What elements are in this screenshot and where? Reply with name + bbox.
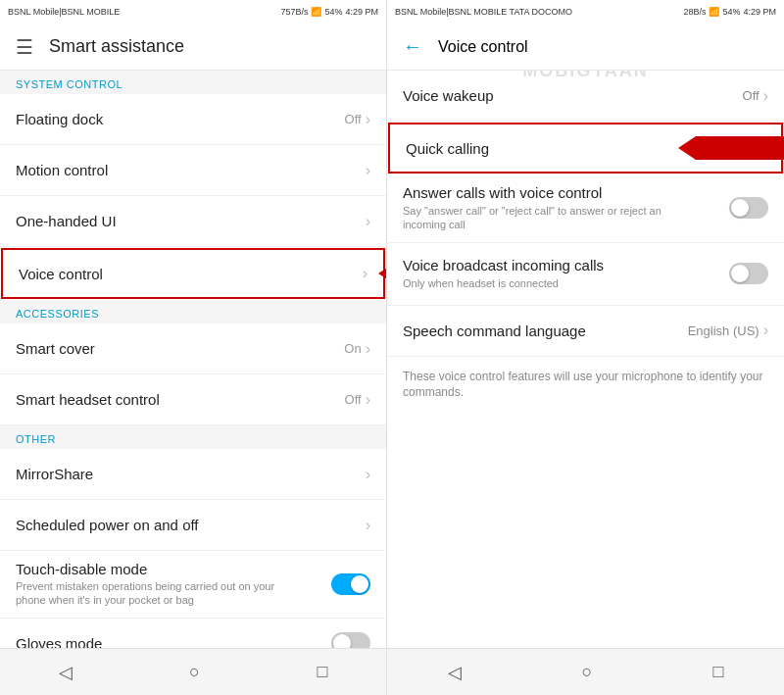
voice-broadcast-item[interactable]: Voice broadcast incoming calls Only when… — [387, 243, 784, 306]
mirrorshare-item[interactable]: MirrorShare › — [0, 449, 386, 500]
right-app-bar: ← Voice control — [387, 24, 784, 71]
home-button-right[interactable]: ○ — [559, 654, 616, 690]
voice-note: These voice control features will use yo… — [387, 357, 784, 414]
voice-control-row: Voice control › — [0, 247, 386, 300]
voice-broadcast-label: Voice broadcast incoming calls — [403, 257, 604, 273]
right-carrier: BSNL Mobile|BSNL MOBILE TATA DOCOMO — [395, 7, 572, 17]
right-panel: BSNL Mobile|BSNL MOBILE TATA DOCOMO 28B/… — [386, 0, 784, 695]
scheduled-power-item[interactable]: Scheduled power on and off › — [0, 500, 386, 551]
smart-headset-label: Smart headset control — [16, 391, 160, 408]
answer-calls-text: Answer calls with voice control Say "ans… — [403, 184, 687, 232]
voice-broadcast-sub: Only when headset is connected — [403, 276, 604, 290]
menu-icon[interactable]: ☰ — [16, 35, 33, 59]
chevron-icon: › — [763, 322, 768, 339]
left-app-bar: ☰ Smart assistance — [0, 24, 386, 71]
voice-wakeup-label: Voice wakeup — [403, 87, 494, 104]
floating-dock-right: Off › — [345, 111, 370, 128]
recents-button-right[interactable]: □ — [690, 654, 748, 690]
chevron-icon: › — [366, 162, 370, 179]
chevron-icon: › — [366, 340, 370, 358]
smart-headset-right: Off › — [345, 391, 370, 409]
voice-control-item[interactable]: Voice control › — [1, 248, 385, 299]
section-header-system: SYSTEM CONTROL — [0, 71, 386, 94]
left-content: SYSTEM CONTROL Floating dock Off › Motio… — [0, 71, 386, 648]
answer-calls-toggle[interactable] — [729, 197, 768, 219]
voice-wakeup-item[interactable]: Voice wakeup Off › — [387, 71, 784, 122]
gloves-mode-label: Gloves mode — [16, 635, 102, 648]
speech-language-label: Speech command language — [403, 323, 586, 339]
speech-language-right: English (US) › — [688, 322, 768, 339]
voice-broadcast-toggle[interactable] — [729, 263, 768, 284]
motion-control-label: Motion control — [16, 162, 108, 178]
left-carrier: BSNL Mobile|BSNL MOBILE — [8, 7, 120, 17]
touch-disable-toggle[interactable] — [331, 573, 370, 595]
motion-control-item[interactable]: Motion control › — [0, 145, 386, 196]
right-status-right: 28B/s 📶 54% 4:29 PM — [683, 7, 776, 17]
chevron-icon: › — [363, 265, 368, 282]
floating-dock-item[interactable]: Floating dock Off › — [0, 94, 386, 145]
mirrorshare-right: › — [366, 466, 370, 483]
touch-disable-item[interactable]: Touch-disable mode Prevent mistaken oper… — [0, 551, 386, 619]
home-button[interactable]: ○ — [166, 654, 223, 690]
one-handed-label: One-handed UI — [16, 213, 117, 229]
touch-disable-label: Touch-disable mode — [16, 561, 280, 577]
back-button-right[interactable]: ◁ — [424, 654, 485, 691]
voice-control-title: Voice control — [438, 38, 528, 56]
scheduled-power-label: Scheduled power on and off — [16, 517, 199, 533]
motion-control-right: › — [366, 162, 370, 179]
gloves-toggle[interactable] — [331, 632, 370, 648]
page-title: Smart assistance — [49, 36, 184, 57]
answer-calls-label: Answer calls with voice control — [403, 184, 687, 201]
back-button[interactable]: ◁ — [35, 654, 96, 691]
quick-calling-arrow — [696, 136, 784, 160]
answer-calls-sub: Say "answer call" or "reject call" to an… — [403, 204, 687, 232]
speech-language-item[interactable]: Speech command language English (US) › — [387, 306, 784, 357]
quick-calling-label: Quick calling — [406, 140, 489, 157]
scheduled-power-right: › — [366, 517, 370, 534]
section-header-accessories: ACCESSORIES — [0, 300, 386, 323]
mirrorshare-label: MirrorShare — [16, 466, 93, 482]
gloves-mode-item[interactable]: Gloves mode — [0, 619, 386, 648]
back-icon[interactable]: ← — [403, 35, 422, 58]
chevron-icon: › — [366, 466, 370, 483]
chevron-icon: › — [366, 213, 370, 230]
one-handed-ui-item[interactable]: One-handed UI › — [0, 196, 386, 247]
voice-wakeup-right: Off › — [743, 87, 768, 105]
chevron-icon: › — [366, 517, 370, 534]
chevron-icon: › — [763, 87, 768, 105]
smart-cover-item[interactable]: Smart cover On › — [0, 323, 386, 374]
right-bottom-nav: ◁ ○ □ — [387, 648, 784, 695]
quick-calling-row: Quick calling On › — [387, 122, 784, 174]
answer-calls-item[interactable]: Answer calls with voice control Say "ans… — [387, 174, 784, 243]
left-panel: BSNL Mobile|BSNL MOBILE 757B/s 📶 54% 4:2… — [0, 0, 386, 695]
smart-cover-right: On › — [344, 340, 370, 358]
recents-button[interactable]: □ — [293, 654, 351, 690]
left-bottom-nav: ◁ ○ □ — [0, 648, 386, 695]
smart-cover-label: Smart cover — [16, 340, 95, 357]
left-status-bar: BSNL Mobile|BSNL MOBILE 757B/s 📶 54% 4:2… — [0, 0, 386, 24]
voice-broadcast-text: Voice broadcast incoming calls Only when… — [403, 257, 604, 290]
left-status-right: 757B/s 📶 54% 4:29 PM — [280, 7, 378, 17]
one-handed-right: › — [366, 213, 370, 230]
right-status-bar: BSNL Mobile|BSNL MOBILE TATA DOCOMO 28B/… — [387, 0, 784, 24]
voice-control-right: › — [363, 265, 368, 282]
section-header-other: OTHER — [0, 425, 386, 449]
right-content: MOBIGYAAN Voice wakeup Off › Quick calli… — [387, 71, 784, 648]
touch-disable-text: Touch-disable mode Prevent mistaken oper… — [16, 561, 280, 608]
smart-headset-item[interactable]: Smart headset control Off › — [0, 374, 386, 425]
chevron-icon: › — [366, 111, 370, 128]
floating-dock-label: Floating dock — [16, 111, 103, 127]
chevron-icon: › — [366, 391, 370, 409]
touch-disable-sub: Prevent mistaken operations being carrie… — [16, 579, 280, 608]
voice-control-label: Voice control — [19, 266, 103, 282]
